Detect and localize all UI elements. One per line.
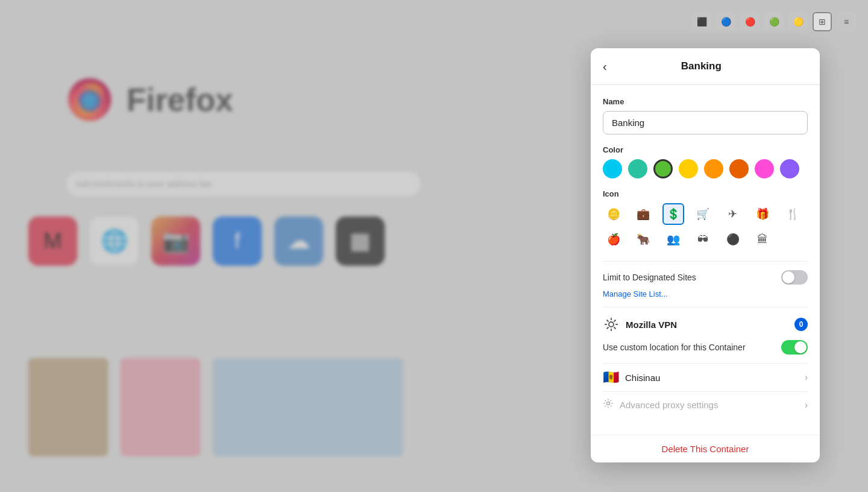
name-label: Name xyxy=(603,97,808,106)
vpn-header-row: Mozilla VPN 0 xyxy=(603,316,808,333)
location-flag: 🇲🇩 xyxy=(603,370,619,385)
color-section: Color xyxy=(603,145,808,178)
color-swatch-red[interactable] xyxy=(729,159,749,178)
svg-point-4 xyxy=(609,322,614,327)
location-chevron-icon: › xyxy=(805,372,808,383)
manage-site-list-link[interactable]: Manage Site List... xyxy=(603,289,808,298)
color-swatch-orange[interactable] xyxy=(704,159,723,178)
icon-briefcase[interactable]: 💼 xyxy=(632,203,654,225)
svg-line-9 xyxy=(607,320,609,322)
name-input[interactable] xyxy=(603,111,808,134)
divider-1 xyxy=(603,261,808,262)
svg-line-11 xyxy=(614,320,616,322)
location-row[interactable]: 🇲🇩 Chisinau › xyxy=(603,363,808,391)
icon-apple[interactable]: 🍎 xyxy=(603,229,624,250)
toolbar-grid-button[interactable]: ⊞ xyxy=(813,12,832,31)
panel-title: Banking xyxy=(612,60,791,72)
delete-container-button[interactable]: Delete This Container xyxy=(591,435,820,462)
toolbar-button-2[interactable]: 🔵 xyxy=(716,12,735,31)
toolbar-button-3[interactable]: 🔴 xyxy=(740,12,760,31)
icon-cart[interactable]: 🛒 xyxy=(692,203,714,225)
back-button[interactable]: ‹ xyxy=(603,58,612,75)
toolbar: ⬛ 🔵 🔴 🟢 🟡 ⊞ ≡ xyxy=(579,0,868,43)
proxy-gear-icon xyxy=(603,398,614,412)
icon-circle[interactable]: ⚫ xyxy=(722,229,744,250)
location-name: Chisinau xyxy=(625,373,805,383)
toolbar-button-7[interactable]: ≡ xyxy=(837,12,856,31)
panel-header: ‹ Banking xyxy=(591,48,820,85)
divider-2 xyxy=(603,307,808,308)
vpn-title: Mozilla VPN xyxy=(626,320,788,330)
custom-location-knob xyxy=(794,341,807,353)
icon-dollar[interactable]: 💲 xyxy=(662,203,684,225)
icon-section: Icon 🪙 💼 💲 🛒 ✈ 🎁 🍴 🍎 🐂 👥 🕶 ⚫ 🏛 xyxy=(603,189,808,250)
advanced-proxy-row[interactable]: Advanced proxy settings › xyxy=(603,391,808,418)
custom-location-toggle[interactable] xyxy=(781,340,808,355)
color-label: Color xyxy=(603,145,808,154)
limit-sites-row: Limit to Designated Sites xyxy=(603,270,808,285)
toolbar-button-5[interactable]: 🟡 xyxy=(788,12,808,31)
icon-label: Icon xyxy=(603,189,808,198)
vpn-badge: 0 xyxy=(794,318,808,331)
icon-fence[interactable]: 🏛 xyxy=(752,229,773,250)
svg-point-13 xyxy=(607,402,610,405)
color-swatches xyxy=(603,159,808,178)
icon-gift[interactable]: 🎁 xyxy=(752,203,773,225)
icon-grid: 🪙 💼 💲 🛒 ✈ 🎁 🍴 🍎 🐂 👥 🕶 ⚫ 🏛 xyxy=(603,203,808,250)
toolbar-button-4[interactable]: 🟢 xyxy=(764,12,784,31)
toggle-knob xyxy=(782,271,794,283)
icon-fork[interactable]: 🍴 xyxy=(782,203,804,225)
icon-people[interactable]: 👥 xyxy=(662,229,684,250)
container-settings-panel: ‹ Banking Name Color Icon 🪙 xyxy=(591,48,820,462)
custom-location-row: Use custom location for this Container xyxy=(603,340,808,355)
color-swatch-light-blue[interactable] xyxy=(603,159,622,178)
icon-plane[interactable]: ✈ xyxy=(722,203,744,225)
custom-location-label: Use custom location for this Container xyxy=(603,342,746,352)
icon-fingerprint[interactable]: 🪙 xyxy=(603,203,624,225)
color-swatch-teal[interactable] xyxy=(628,159,647,178)
limit-sites-toggle[interactable] xyxy=(781,270,808,285)
icon-glasses[interactable]: 🕶 xyxy=(692,229,714,250)
color-swatch-green[interactable] xyxy=(653,159,673,178)
color-swatch-yellow[interactable] xyxy=(679,159,698,178)
svg-line-10 xyxy=(614,327,616,329)
toolbar-button-1[interactable]: ⬛ xyxy=(692,12,711,31)
proxy-label: Advanced proxy settings xyxy=(620,400,805,410)
panel-body: Name Color Icon 🪙 💼 💲 🛒 xyxy=(591,85,820,430)
icon-animal[interactable]: 🐂 xyxy=(632,229,654,250)
vpn-icon xyxy=(603,316,620,333)
vpn-section: Mozilla VPN 0 Use custom location for th… xyxy=(603,316,808,355)
svg-line-12 xyxy=(607,327,609,329)
limit-sites-label: Limit to Designated Sites xyxy=(603,273,696,282)
proxy-chevron-icon: › xyxy=(805,400,808,411)
color-swatch-pink[interactable] xyxy=(755,159,774,178)
color-swatch-purple[interactable] xyxy=(780,159,799,178)
